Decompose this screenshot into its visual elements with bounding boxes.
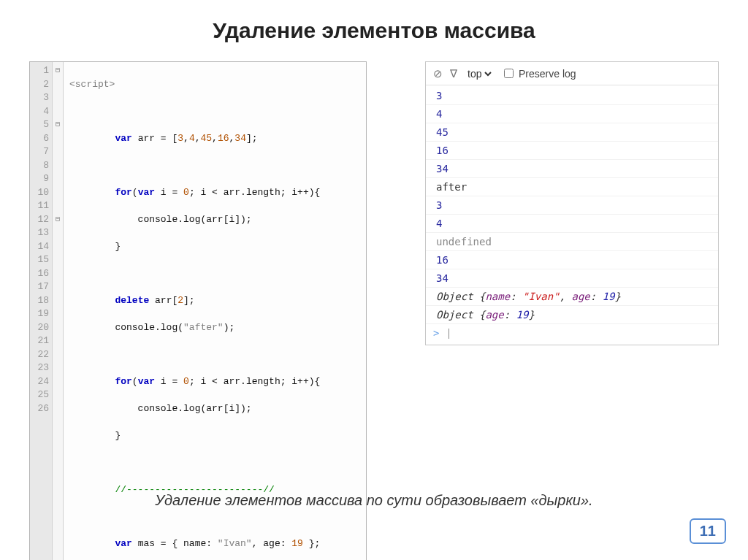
console-row: 3 [426,196,718,215]
console-row: 3 [426,87,718,105]
console-row: after [426,178,718,196]
filter-icon[interactable]: ∇ [450,68,457,79]
console-row: 4 [426,105,718,123]
fold-column: ⊟⊟⊟ [53,62,64,560]
page-title: Удаление элементов массива [29,18,719,43]
console-toolbar: ⊘ ∇ top Preserve log [426,62,718,85]
console-row: 45 [426,123,718,142]
slide-caption: Удаление элементов массива по сути образ… [0,492,748,509]
context-selector[interactable]: top [465,67,494,80]
console-output: 34451634after34undefined1634Object {name… [426,85,718,345]
console-row: 4 [426,215,718,233]
clear-console-icon[interactable]: ⊘ [433,68,443,79]
console-row: 34 [426,160,718,178]
console-row: Object {name: "Ivan", age: 19} [426,288,718,306]
console-row: 16 [426,251,718,269]
preserve-log-label: Preserve log [519,68,576,80]
code-content: <script> var arr = [3,4,45,16,34]; for(v… [64,62,326,560]
console-row: 34 [426,269,718,288]
console-row: Object {age: 19} [426,306,718,324]
devtools-console: ⊘ ∇ top Preserve log 34451634after34unde… [425,61,719,345]
preserve-log-checkbox[interactable] [504,69,514,78]
page-number: 11 [690,518,726,544]
console-prompt[interactable]: > [426,324,718,342]
line-number-gutter: 1234567891011121314151617181920212223242… [30,62,53,560]
preserve-log-toggle[interactable]: Preserve log [501,66,576,80]
console-row: 16 [426,142,718,160]
code-editor: 1234567891011121314151617181920212223242… [29,61,367,560]
console-row: undefined [426,233,718,251]
